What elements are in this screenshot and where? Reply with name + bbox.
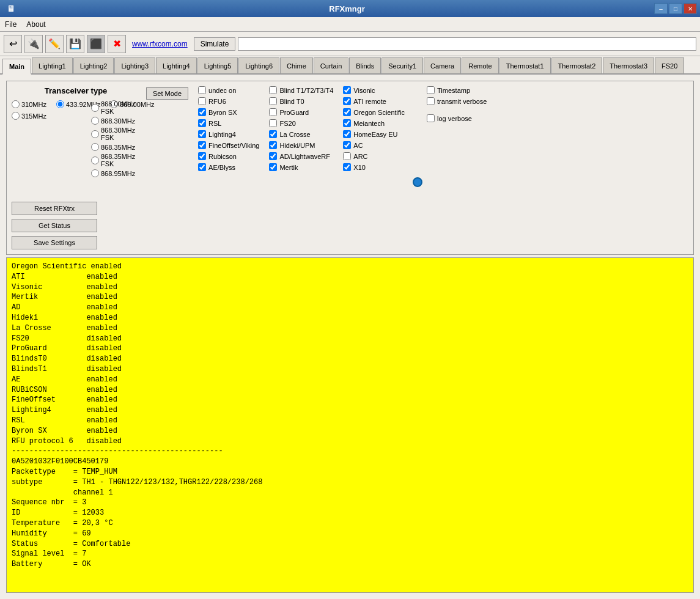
check-transmitverbose[interactable]: transmit verbose [427,97,487,105]
check-ac[interactable]: AC [343,141,405,149]
toolbar-close-button[interactable]: ✖ [108,35,126,53]
toolbar: ↩ 🔌 ✏️ 💾 ⬛ ✖ www.rfxcom.com Simulate [0,32,700,56]
tab-remote[interactable]: Remote [462,57,499,73]
toolbar-back-button[interactable]: ↩ [4,35,22,53]
set-mode-button[interactable]: Set Mode [146,87,188,100]
toolbar-connect-button[interactable]: 🔌 [24,35,43,53]
toolbar-save-button[interactable]: 💾 [66,35,84,53]
checks-col-4: Timestamp transmit verbose log verbose [427,86,487,122]
freq-86895[interactable]: 868.95MHz [91,169,140,177]
main-content: Transceiver type 310MHz 433.92MHz 868.00… [0,75,700,599]
tab-thermostat2[interactable]: Thermostat2 [551,57,603,73]
check-timestamp[interactable]: Timestamp [427,86,487,94]
save-settings-button[interactable]: Save Settings [12,236,97,249]
connect-icon: 🔌 [28,38,40,50]
freq-86835[interactable]: 868.35MHz [91,143,140,151]
check-lighting4[interactable]: Lighting4 [198,130,259,138]
tab-thermostat1[interactable]: Thermostat1 [499,57,551,73]
right-panel: Set Mode undec on RFU6 Byron SX RSL Ligh… [146,86,688,249]
maximize-button[interactable]: □ [669,3,682,14]
rfxcom-link[interactable]: www.rfxcom.com [132,40,188,48]
toolbar-edit-button[interactable]: ✏️ [45,35,64,53]
left-panel: Transceiver type 310MHz 433.92MHz 868.00… [12,86,140,249]
menu-about[interactable]: About [26,20,45,29]
transceiver-label: Transceiver type [12,86,140,95]
checks-col-1: undec on RFU6 Byron SX RSL Lighting4 Fin… [198,86,259,171]
toolbar-stop-button[interactable]: ⬛ [87,35,105,53]
tab-lighting1[interactable]: Lighting1 [32,57,73,73]
log-area: Oregon Scientific enabled ATI enabled Vi… [6,257,694,593]
check-hideki[interactable]: Hideki/UPM [269,141,333,149]
tab-main[interactable]: Main [2,59,31,75]
check-fineoffset[interactable]: FineOffset/Viking [198,141,259,149]
freq-310[interactable]: 310MHz [12,100,46,108]
tab-lighting6[interactable]: Lighting6 [238,57,279,73]
check-homeeasye[interactable]: HomeEasy EU [343,130,405,138]
tab-security1[interactable]: Security1 [381,57,423,73]
save-icon: 💾 [69,38,81,50]
tab-fs20[interactable]: FS20 [655,57,684,73]
freq-86835fsk[interactable]: 868.35MHz FSK [91,153,140,167]
check-rsl[interactable]: RSL [198,119,259,127]
checks-area: Set Mode undec on RFU6 Byron SX RSL Ligh… [146,86,688,171]
check-byronsx[interactable]: Byron SX [198,108,259,116]
get-status-button[interactable]: Get Status [12,219,97,232]
tab-lighting4[interactable]: Lighting4 [156,57,197,73]
tab-lighting3[interactable]: Lighting3 [114,57,155,73]
stop-icon: ⬛ [90,38,102,50]
freq-315[interactable]: 315MHz [12,112,46,120]
tab-thermostat3[interactable]: Thermostat3 [603,57,654,73]
tab-chime[interactable]: Chime [280,57,313,73]
back-icon: ↩ [9,38,17,50]
tab-bar: MainLighting1Lighting2Lighting3Lighting4… [0,56,700,75]
button-group: Reset RFXtrx Get Status Save Settings [12,202,140,249]
menu-bar: File About [0,17,700,32]
freq-868fsk[interactable]: 868.00MHz FSK [91,100,140,115]
check-atiremote[interactable]: ATI remote [343,97,405,105]
freq-86830fsk[interactable]: 868.30MHz FSK [91,127,140,141]
check-visonic[interactable]: Visonic [343,86,405,94]
tab-lighting5[interactable]: Lighting5 [197,57,238,73]
close-icon: ✖ [113,38,121,50]
checks-col-3: Visonic ATI remote Oregon Scientific Mei… [343,86,405,171]
check-blindt0[interactable]: Blind T0 [269,97,333,105]
check-arc[interactable]: ARC [343,152,405,160]
reset-button[interactable]: Reset RFXtrx [12,202,97,215]
check-blindt1t4[interactable]: Blind T1/T2/T3/T4 [269,86,333,94]
minimize-button[interactable]: – [654,3,668,14]
checks-col-2: Blind T1/T2/T3/T4 Blind T0 ProGuard FS20… [269,86,333,171]
tab-blinds[interactable]: Blinds [349,57,381,73]
check-meiantech[interactable]: Meiantech [343,119,405,127]
check-logverbose[interactable]: log verbose [427,114,487,122]
tab-lighting2[interactable]: Lighting2 [73,57,114,73]
tab-curtain[interactable]: Curtain [314,57,348,73]
check-proguard[interactable]: ProGuard [269,108,333,116]
check-undec[interactable]: undec on [198,86,259,94]
check-fs20[interactable]: FS20 [269,119,333,127]
tab-camera[interactable]: Camera [424,57,461,73]
check-lacrosse[interactable]: La Crosse [269,130,333,138]
check-oregon[interactable]: Oregon Scientific [343,108,405,116]
check-rfu6[interactable]: RFU6 [198,97,259,105]
edit-icon: ✏️ [48,38,61,50]
scroll-indicator [413,177,422,187]
check-mertik[interactable]: Mertik [269,163,333,171]
simulate-button[interactable]: Simulate [194,37,236,51]
window-title: RFXmngr [40,4,654,13]
check-x10[interactable]: X10 [343,163,405,171]
freq-86830[interactable]: 868.30MHz [91,117,140,125]
close-button[interactable]: ✕ [683,3,697,14]
menu-file[interactable]: File [5,20,17,29]
title-bar: 🖥 RFXmngr – □ ✕ [0,0,700,17]
toolbar-input[interactable] [238,37,696,51]
control-section: Transceiver type 310MHz 433.92MHz 868.00… [6,81,694,255]
check-aeblyss[interactable]: AE/Blyss [198,163,259,171]
check-ad[interactable]: AD/LightwaveRF [269,152,333,160]
check-rubicson[interactable]: Rubicson [198,152,259,160]
